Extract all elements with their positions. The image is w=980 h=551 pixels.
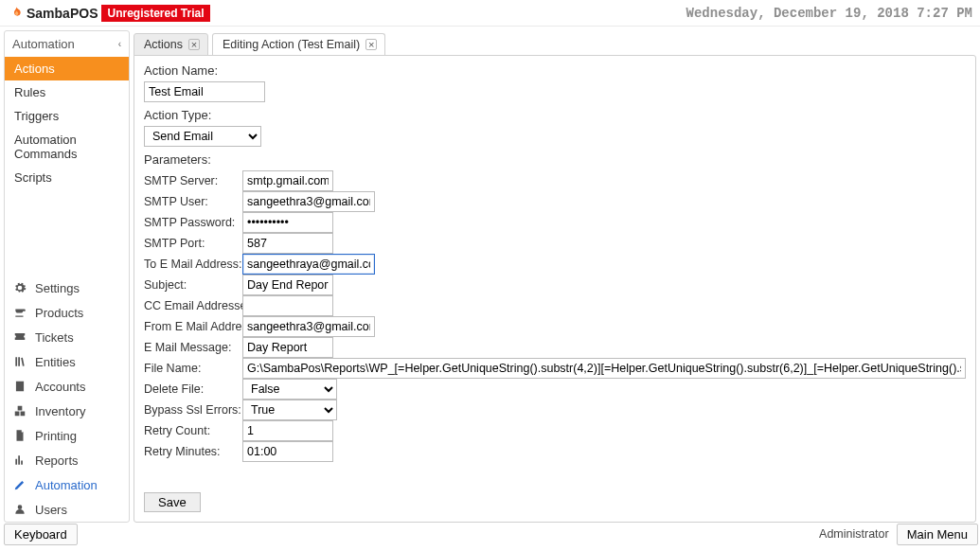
sidebar-item-scripts[interactable]: Scripts <box>5 166 129 189</box>
module-item-inventory[interactable]: Inventory <box>5 399 129 423</box>
to-email-label: To E Mail Address: <box>144 258 242 271</box>
module-item-label: Inventory <box>35 404 85 418</box>
sidebar-item-actions[interactable]: Actions <box>5 57 129 80</box>
sidebar-item-automation-commands[interactable]: Automation Commands <box>5 128 129 166</box>
sidebar-item-triggers[interactable]: Triggers <box>5 104 129 128</box>
file-name-input[interactable] <box>242 358 966 379</box>
module-item-entities[interactable]: Entities <box>5 349 129 374</box>
flame-icon <box>8 5 25 22</box>
module-item-label: Printing <box>35 429 77 443</box>
module-item-products[interactable]: Products <box>5 300 129 325</box>
bypass-ssl-label: Bypass Ssl Errors: <box>144 403 242 417</box>
file-name-label: File Name: <box>144 362 242 375</box>
retry-count-input[interactable] <box>242 420 333 441</box>
main-menu-button[interactable]: Main Menu <box>897 524 978 545</box>
admin-label: Administrator <box>819 527 891 541</box>
footer-bar: Keyboard Administrator Main Menu <box>0 523 980 547</box>
module-item-label: Accounts <box>35 380 85 394</box>
chevron-left-icon: ‹ <box>118 39 121 49</box>
retry-minutes-label: Retry Minutes: <box>144 445 242 458</box>
pencil-icon <box>12 477 27 492</box>
title-bar: SambaPOS Unregistered Trial Wednesday, D… <box>0 0 980 27</box>
smtp-user-label: SMTP User: <box>144 195 242 208</box>
user-icon <box>12 502 27 517</box>
action-type-label: Action Type: <box>144 108 966 122</box>
message-input[interactable] <box>242 337 333 358</box>
page-icon <box>12 428 27 443</box>
module-item-label: Products <box>35 306 83 320</box>
module-item-printing[interactable]: Printing <box>5 423 129 448</box>
tab-editing-action-test-email-[interactable]: Editing Action (Test Email)× <box>212 33 385 56</box>
sidebar-title: Automation <box>12 37 75 51</box>
cup-icon <box>12 305 27 320</box>
smtp-server-label: SMTP Server: <box>144 174 242 187</box>
smtp-server-input[interactable] <box>242 170 333 191</box>
editor-panel: Action Name: Action Type: Send Email Par… <box>134 55 976 523</box>
tabstrip: Actions×Editing Action (Test Email)× <box>134 30 976 55</box>
from-email-input[interactable] <box>242 316 375 337</box>
smtp-port-input[interactable] <box>242 233 333 254</box>
gear-icon <box>12 280 27 295</box>
parameters-label: Parameters: <box>144 152 966 167</box>
module-item-reports[interactable]: Reports <box>5 448 129 472</box>
sidebar-header[interactable]: Automation ‹ <box>5 31 129 57</box>
module-item-label: Reports <box>35 453 79 468</box>
module-item-accounts[interactable]: Accounts <box>5 374 129 399</box>
module-item-label: Entities <box>35 355 76 369</box>
module-item-label: Settings <box>35 281 80 295</box>
message-label: E Mail Message: <box>144 341 242 354</box>
module-item-settings[interactable]: Settings <box>5 276 129 300</box>
module-item-users[interactable]: Users <box>5 497 129 522</box>
subject-input[interactable] <box>242 275 333 295</box>
bypass-ssl-select[interactable]: True <box>242 400 337 420</box>
close-icon[interactable]: × <box>365 39 377 50</box>
retry-count-label: Retry Count: <box>144 424 242 437</box>
action-type-select[interactable]: Send Email <box>144 126 261 147</box>
smtp-password-input[interactable] <box>242 212 333 233</box>
barchart-icon <box>12 453 27 468</box>
module-item-tickets[interactable]: Tickets <box>5 325 129 349</box>
boxes-icon <box>12 403 27 418</box>
sidebar-item-rules[interactable]: Rules <box>5 80 129 104</box>
datetime-label: Wednesday, December 19, 2018 7:27 PM <box>686 6 972 21</box>
module-item-automation[interactable]: Automation <box>5 472 129 497</box>
action-name-input[interactable] <box>144 81 265 102</box>
close-icon[interactable]: × <box>188 39 200 50</box>
brand-name: SambaPOS <box>27 6 98 21</box>
smtp-password-label: SMTP Password: <box>144 216 242 229</box>
ticket-icon <box>12 329 27 345</box>
keyboard-button[interactable]: Keyboard <box>4 524 78 545</box>
save-button[interactable]: Save <box>144 492 201 512</box>
sidebar: Automation ‹ ActionsRulesTriggersAutomat… <box>4 30 130 523</box>
tab-label: Editing Action (Test Email) <box>223 38 360 51</box>
action-name-label: Action Name: <box>144 63 966 78</box>
module-item-label: Automation <box>35 478 98 492</box>
brand: SambaPOS Unregistered Trial <box>8 5 210 22</box>
retry-minutes-input[interactable] <box>242 441 333 462</box>
module-item-label: Tickets <box>35 330 74 345</box>
tab-actions[interactable]: Actions× <box>134 33 208 56</box>
delete-file-label: Delete File: <box>144 382 242 396</box>
to-email-input[interactable] <box>242 254 375 275</box>
module-item-label: Users <box>35 503 67 517</box>
books-icon <box>12 354 27 369</box>
smtp-user-input[interactable] <box>242 191 375 212</box>
cc-label: CC Email Addresses: <box>144 299 242 312</box>
calculator-icon <box>12 379 27 394</box>
delete-file-select[interactable]: False <box>242 379 337 400</box>
cc-input[interactable] <box>242 295 333 316</box>
trial-badge: Unregistered Trial <box>101 5 209 22</box>
subject-label: Subject: <box>144 278 242 292</box>
from-email-label: From E Mail Address: <box>144 320 242 333</box>
smtp-port-label: SMTP Port: <box>144 237 242 250</box>
tab-label: Actions <box>144 38 183 51</box>
